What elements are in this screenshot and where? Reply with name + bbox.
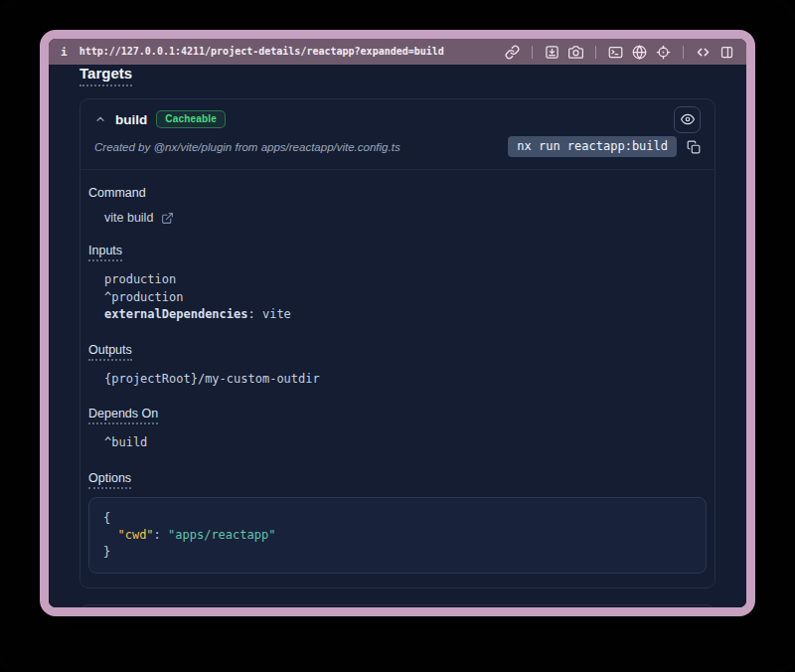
options-json-block: { "cwd": "apps/reactapp" }	[88, 497, 707, 574]
input-item: production	[104, 271, 707, 289]
build-card-header[interactable]: build Cacheable Created by @nx/vite/plug…	[80, 99, 715, 169]
browser-titlebar: i http://127.0.0.1:4211/project-details/…	[49, 39, 746, 65]
cacheable-badge: Cacheable	[156, 110, 226, 128]
view-target-build-button[interactable]	[674, 106, 701, 133]
target-name-build: build	[115, 112, 147, 127]
terminal-icon[interactable]	[608, 45, 623, 60]
json-line: {	[103, 510, 692, 527]
save-capture-icon[interactable]	[545, 45, 559, 60]
chevron-up-icon[interactable]	[94, 113, 106, 125]
options-section-heading: Options	[88, 471, 131, 489]
targets-heading: Targets	[80, 65, 132, 86]
url-bar[interactable]: http://127.0.0.1:4211/project-details/re…	[80, 47, 444, 57]
run-command-chip: nx run reactapp:build	[508, 136, 677, 157]
browser-window: i http://127.0.0.1:4211/project-details/…	[40, 30, 755, 616]
outputs-section-heading: Outputs	[88, 343, 132, 361]
command-section-heading: Command	[88, 186, 146, 200]
depends-on-item: ^build	[104, 434, 707, 452]
toolbar-divider	[532, 46, 533, 59]
json-line: }	[103, 544, 692, 561]
input-item: ^production	[104, 289, 707, 307]
json-line: "cwd": "apps/reactapp"	[103, 527, 692, 544]
toolbar-divider	[683, 46, 684, 59]
created-by-text: Created by @nx/vite/plugin from apps/rea…	[94, 141, 400, 153]
external-link-icon[interactable]	[161, 212, 174, 225]
crosshair-icon[interactable]	[656, 45, 671, 60]
input-item: externalDependencies: vite	[104, 306, 707, 324]
globe-icon[interactable]	[632, 45, 647, 60]
depends-on-section-heading: Depends On	[88, 407, 158, 424]
camera-icon[interactable]	[568, 45, 583, 60]
titlebar-toolbar	[505, 45, 734, 60]
info-icon: i	[61, 46, 68, 59]
json-key: "cwd"	[117, 528, 153, 542]
command-value: vite build	[104, 211, 153, 225]
toolbar-divider	[595, 46, 596, 59]
code-brackets-icon[interactable]	[696, 45, 711, 60]
serve-card-header[interactable]: serve vite serve	[80, 605, 715, 608]
page-content: Targets build Cacheable C	[49, 65, 746, 607]
target-card-serve: serve vite serve	[80, 604, 716, 608]
target-card-build: build Cacheable Created by @nx/vite/plug…	[80, 98, 716, 588]
link-icon[interactable]	[505, 45, 520, 60]
copy-icon[interactable]	[687, 140, 701, 154]
output-item: {projectRoot}/my-custom-outdir	[104, 371, 707, 389]
screenshot-canvas: i http://127.0.0.1:4211/project-details/…	[0, 0, 795, 672]
build-card-body: Command vite build Inputs production	[80, 170, 715, 588]
json-value: "apps/reactapp"	[168, 528, 275, 542]
split-panel-icon[interactable]	[719, 45, 734, 60]
inputs-section-heading: Inputs	[88, 244, 122, 261]
